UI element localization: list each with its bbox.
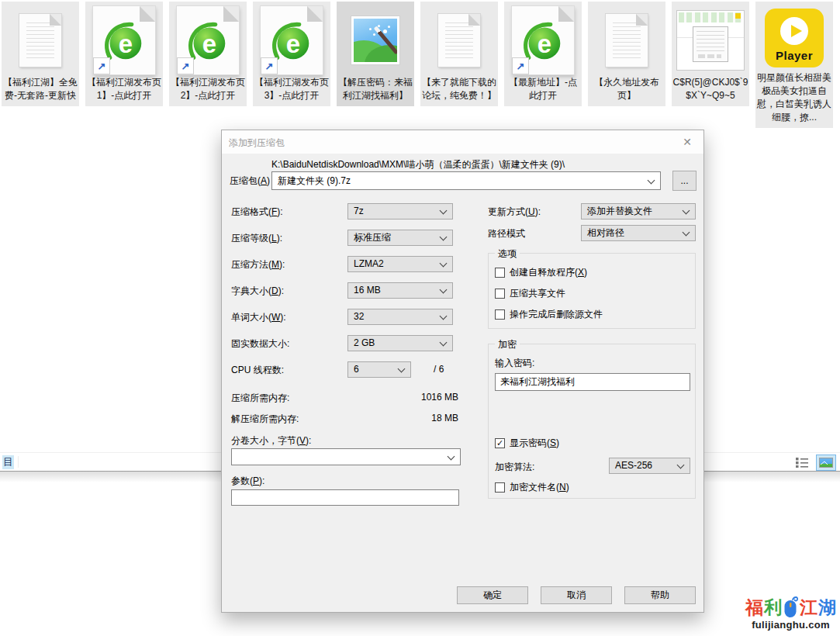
screenshot-thumbnail-icon (676, 10, 745, 71)
method-combobox[interactable]: LZMA2 (347, 256, 453, 272)
tile-label: 【福利江湖】全免费-无套路-更新快 (2, 76, 78, 102)
encrypt-filenames-checkbox[interactable]: 加密文件名(N) (495, 481, 569, 494)
help-button[interactable]: 帮助 (624, 586, 696, 604)
tile-label: 【永久地址发布页】 (589, 76, 665, 102)
volume-size-label: 分卷大小，字节(V): (231, 434, 311, 448)
image-file-icon (351, 16, 399, 64)
checkbox-icon (495, 289, 505, 299)
ie-browser-icon: ↗ (512, 6, 574, 74)
options-group-title: 选项 (495, 247, 520, 261)
details-view-icon (796, 457, 808, 468)
method-label: 压缩方法(M): (231, 258, 285, 271)
update-mode-combobox[interactable]: 添加并替换文件 (581, 203, 696, 219)
logo-domain-text: fulijianghu.com (745, 619, 836, 631)
shared-files-checkbox[interactable]: 压缩共享文件 (495, 287, 565, 300)
level-combobox[interactable]: 标准压缩 (347, 230, 453, 246)
level-label: 压缩等级(L): (231, 232, 282, 245)
tile-label: C$R(5]@CKJ0$`9$X`Y~Q9~5 (672, 76, 748, 102)
solid-block-combobox[interactable]: 2 GB (347, 335, 453, 351)
logo-char: 江 (800, 597, 818, 617)
encryption-method-label: 加密算法: (495, 461, 534, 474)
path-mode-combobox[interactable]: 相对路径 (581, 225, 696, 241)
tile-label: 【解压密码：来福利江湖找福利】 (337, 76, 413, 102)
desktop-tile-release-page-2[interactable]: ↗ 【福利江湖发布页2】-点此打开 (169, 2, 247, 106)
archive-name-combobox[interactable]: 新建文件夹 (9).7z (271, 171, 661, 190)
tile-label: 【来了就能下载的论坛，纯免费！】 (421, 76, 497, 102)
encryption-group: 加密 输入密码: 来福利江湖找福利 ✓ 显示密码(S) 加密算法: AES-25… (488, 344, 696, 499)
chevron-down-icon (683, 207, 690, 215)
shortcut-arrow-icon: ↗ (94, 58, 109, 74)
thumbnail-view-icon (819, 458, 833, 468)
format-label: 压缩格式(F): (231, 206, 283, 219)
parameters-input[interactable] (231, 489, 459, 506)
thumbnail-view-button[interactable] (816, 455, 836, 471)
dictionary-combobox[interactable]: 16 MB (347, 282, 453, 299)
logo-char: 福 (745, 597, 763, 617)
desktop-icon-row: 【福利江湖】全免费-无套路-更新快 ↗ 【福利江湖发布页1】-点此打开 ↗ 【福… (2, 2, 833, 128)
memory-decompress-value: 18 MB (347, 413, 458, 423)
desktop-tile-player-video[interactable]: Player 明星颜值长相甜美极品美女扣逼自慰，白皙美乳诱人细腰，撩... (755, 2, 833, 128)
text-doc-icon (19, 14, 61, 67)
checkbox-checked-icon: ✓ (495, 438, 505, 448)
checkbox-icon (495, 309, 505, 320)
details-view-button[interactable] (792, 455, 812, 471)
cancel-button[interactable]: 取消 (541, 586, 612, 604)
chevron-down-icon (398, 365, 406, 373)
chevron-down-icon (683, 229, 690, 237)
cpu-threads-combobox[interactable]: 6 (347, 361, 411, 378)
encryption-method-combobox[interactable]: AES-256 (609, 458, 690, 474)
chevron-down-icon (440, 233, 448, 241)
chevron-down-icon (448, 453, 455, 461)
chevron-down-icon (440, 207, 448, 215)
fulijianghu-logo: 福 利 江 湖 fulijianghu.com (745, 596, 836, 631)
solid-block-label: 固实数据大小: (231, 337, 289, 351)
tile-label: 【福利江湖发布页1】-点此打开 (86, 76, 162, 102)
browse-button[interactable]: ... (672, 171, 697, 191)
memory-compress-value: 1016 MB (347, 392, 458, 403)
delete-after-checkbox[interactable]: 操作完成后删除源文件 (495, 308, 603, 321)
desktop-tile-release-page-3[interactable]: ↗ 【福利江湖发布页3】-点此打开 (253, 2, 330, 106)
format-combobox[interactable]: 7z (347, 203, 453, 219)
update-mode-label: 更新方式(U): (488, 206, 541, 219)
statusbar-items-text: 目 (2, 455, 14, 469)
word-size-combobox[interactable]: 32 (347, 309, 453, 325)
close-icon[interactable]: ✕ (678, 134, 697, 150)
ie-browser-icon: ↗ (177, 6, 239, 74)
archive-label: 压缩包(A) (230, 175, 270, 188)
volume-size-combobox[interactable] (231, 448, 461, 465)
desktop-tile-permanent-address[interactable]: 【永久地址发布页】 (588, 2, 665, 106)
archive-path: K:\BaiduNetdiskDownload\MXM\喵小萌（温柔的蛋蛋）\新… (271, 158, 690, 171)
cpu-threads-label: CPU 线程数: (231, 364, 284, 377)
memory-decompress-label: 解压缩所需内存: (231, 413, 299, 426)
shortcut-arrow-icon: ↗ (261, 58, 277, 74)
tile-label: 明星颜值长相甜美极品美女扣逼自慰，白皙美乳诱人细腰，撩... (756, 71, 832, 124)
tile-label: 【福利江湖发布页2】-点此打开 (170, 76, 246, 102)
checkbox-icon (495, 268, 505, 278)
ie-browser-icon: ↗ (261, 6, 323, 74)
desktop-tile-screenshot-file[interactable]: C$R(5]@CKJ0$`9$X`Y~Q9~5 (672, 2, 749, 106)
desktop-tile-fulijianghu-readme[interactable]: 【福利江湖】全免费-无套路-更新快 (2, 2, 79, 106)
password-input[interactable]: 来福利江湖找福利 (495, 373, 690, 391)
chevron-down-icon (440, 313, 448, 320)
shortcut-arrow-icon: ↗ (178, 58, 193, 74)
desktop-tile-release-page-1[interactable]: ↗ 【福利江湖发布页1】-点此打开 (85, 2, 163, 106)
play-button-icon (780, 17, 808, 45)
tile-label: 【最新地址】-点此打开 (505, 76, 581, 102)
ok-button[interactable]: 确定 (457, 586, 528, 604)
mouse-icon (783, 596, 799, 619)
chevron-down-icon (440, 286, 448, 294)
options-group: 选项 创建自释放程序(X) 压缩共享文件 操作完成后删除源文件 (488, 253, 696, 329)
cpu-threads-max: / 6 (434, 364, 444, 375)
show-password-checkbox[interactable]: ✓ 显示密码(S) (495, 437, 559, 450)
desktop-tile-unzip-password[interactable]: 【解压密码：来福利江湖找福利】 (337, 2, 414, 106)
password-label: 输入密码: (495, 357, 534, 370)
dialog-titlebar[interactable]: 添加到压缩包 ✕ (222, 130, 703, 154)
checkbox-icon (495, 482, 505, 493)
desktop-tile-free-forum[interactable]: 【来了就能下载的论坛，纯免费！】 (420, 2, 498, 106)
chevron-down-icon (440, 339, 448, 347)
desktop-tile-latest-address[interactable]: ↗ 【最新地址】-点此打开 (504, 2, 582, 106)
text-doc-icon (606, 14, 648, 67)
chevron-down-icon (648, 177, 655, 185)
create-sfx-checkbox[interactable]: 创建自释放程序(X) (495, 266, 587, 279)
statusbar-divider (18, 456, 19, 468)
